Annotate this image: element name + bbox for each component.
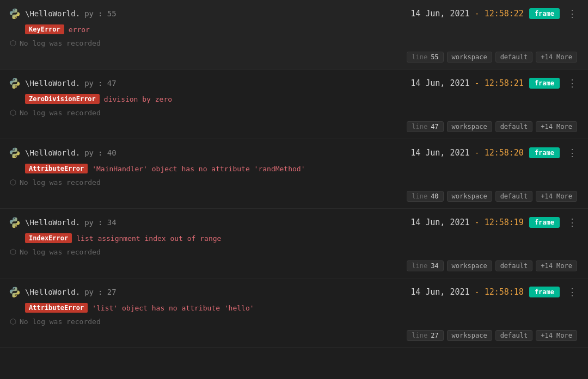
no-log-row: ⬡ No log was recorded (9, 247, 579, 256)
error-meta: 14 Jun, 2021 - 12:58:21 frame ⋮ (411, 76, 579, 90)
tag-plain: default (495, 121, 533, 132)
tag-plain: default (495, 260, 533, 271)
tag-line-label: line (412, 53, 427, 61)
line-tag: line 34 (407, 260, 443, 271)
error-item-4[interactable]: \HelloWorld.py : 34 14 Jun, 2021 - 12:58… (0, 209, 588, 278)
file-name: \HelloWorld. (25, 288, 80, 296)
tags-row: line 55 workspacedefault+14 More (9, 52, 579, 63)
error-file: \HelloWorld.py : 34 (9, 216, 117, 228)
tag-plain: default (495, 52, 533, 63)
error-body: AttributeError 'list' object has no attr… (9, 303, 579, 313)
tag-plain: default (495, 330, 533, 341)
timestamp: 14 Jun, 2021 - 12:58:18 (411, 287, 524, 297)
error-meta: 14 Jun, 2021 - 12:58:19 frame ⋮ (411, 215, 579, 229)
error-item-1[interactable]: \HelloWorld.py : 55 14 Jun, 2021 - 12:58… (0, 0, 588, 70)
no-log-text: No log was recorded (20, 109, 101, 117)
tags-row: line 47 workspacedefault+14 More (9, 121, 579, 132)
error-message: AttributeError 'list' object has no attr… (25, 303, 579, 313)
tag-plain: workspace (447, 330, 492, 341)
error-type-badge: IndexError (25, 233, 72, 243)
error-header: \HelloWorld.py : 47 14 Jun, 2021 - 12:58… (9, 76, 579, 90)
frame-badge: frame (529, 8, 560, 19)
tag-plain: workspace (447, 260, 492, 271)
error-header: \HelloWorld.py : 34 14 Jun, 2021 - 12:58… (9, 215, 579, 229)
file-line-number: : 47 (98, 79, 117, 88)
no-log-text: No log was recorded (20, 39, 101, 47)
file-line-number: : 55 (98, 9, 117, 18)
file-line-number: : 40 (98, 148, 117, 157)
line-tag: line 47 (407, 121, 443, 132)
file-ext: py (84, 79, 94, 88)
more-tag[interactable]: +14 More (536, 52, 577, 63)
more-tag[interactable]: +14 More (536, 121, 577, 132)
error-header: \HelloWorld.py : 40 14 Jun, 2021 - 12:58… (9, 146, 579, 159)
python-icon (9, 216, 21, 228)
error-description: error (69, 26, 90, 34)
error-meta: 14 Jun, 2021 - 12:58:18 frame ⋮ (411, 285, 579, 299)
more-options-icon[interactable]: ⋮ (565, 215, 579, 229)
no-log-row: ⬡ No log was recorded (9, 178, 579, 187)
error-file: \HelloWorld.py : 55 (9, 8, 117, 20)
more-options-icon[interactable]: ⋮ (565, 76, 579, 90)
error-file: \HelloWorld.py : 40 (9, 147, 117, 159)
file-name: \HelloWorld. (25, 148, 80, 157)
more-options-icon[interactable]: ⋮ (565, 146, 579, 159)
file-name: \HelloWorld. (25, 9, 80, 18)
more-options-icon[interactable]: ⋮ (565, 7, 579, 20)
error-message: AttributeError 'MainHandler' object has … (25, 164, 579, 173)
tag-plain: default (495, 191, 533, 202)
file-name: \HelloWorld. (25, 79, 80, 88)
no-log-icon: ⬡ (10, 247, 16, 256)
file-ext: py (84, 148, 94, 157)
no-log-row: ⬡ No log was recorded (9, 39, 579, 47)
tag-line-label: line (412, 192, 427, 200)
error-item-5[interactable]: \HelloWorld.py : 27 14 Jun, 2021 - 12:58… (0, 278, 588, 348)
frame-badge: frame (529, 147, 560, 158)
tags-row: line 40 workspacedefault+14 More (9, 191, 579, 202)
error-type-badge: KeyError (25, 24, 64, 34)
error-meta: 14 Jun, 2021 - 12:58:20 frame ⋮ (411, 146, 579, 159)
no-log-icon: ⬡ (10, 108, 16, 117)
tag-line-value: 40 (431, 192, 438, 200)
frame-badge: frame (529, 217, 560, 228)
more-tag[interactable]: +14 More (536, 330, 577, 341)
python-icon (9, 147, 21, 159)
error-description: 'list' object has no attribute 'hello' (92, 304, 254, 312)
line-tag: line 27 (407, 330, 443, 341)
line-tag: line 55 (407, 52, 443, 63)
more-options-icon[interactable]: ⋮ (565, 285, 579, 299)
error-type-badge: ZeroDivisionError (25, 94, 100, 104)
error-header: \HelloWorld.py : 55 14 Jun, 2021 - 12:58… (9, 7, 579, 20)
more-tag[interactable]: +14 More (536, 191, 577, 202)
tags-row: line 34 workspacedefault+14 More (9, 260, 579, 271)
file-ext: py (84, 9, 94, 18)
frame-badge: frame (529, 78, 560, 89)
error-type-badge: AttributeError (25, 303, 88, 313)
tag-line-value: 47 (431, 123, 438, 131)
more-tag[interactable]: +14 More (536, 260, 577, 271)
no-log-text: No log was recorded (20, 318, 101, 326)
tag-line-label: line (412, 332, 427, 339)
no-log-icon: ⬡ (10, 39, 16, 47)
error-description: list assignment index out of range (76, 234, 221, 243)
tag-plain: workspace (447, 191, 492, 202)
file-line-number: : 34 (98, 218, 117, 227)
error-type-badge: AttributeError (25, 164, 88, 173)
error-description: division by zero (104, 95, 172, 103)
error-description: 'MainHandler' object has no attribute 'r… (92, 165, 305, 173)
tag-plain: workspace (447, 52, 492, 63)
error-body: ZeroDivisionError division by zero (9, 94, 579, 104)
timestamp: 14 Jun, 2021 - 12:58:21 (411, 78, 524, 88)
error-item-3[interactable]: \HelloWorld.py : 40 14 Jun, 2021 - 12:58… (0, 139, 588, 209)
error-file: \HelloWorld.py : 47 (9, 77, 117, 89)
no-log-row: ⬡ No log was recorded (9, 108, 579, 117)
timestamp: 14 Jun, 2021 - 12:58:19 (411, 218, 524, 227)
no-log-row: ⬡ No log was recorded (9, 317, 579, 326)
python-icon (9, 286, 21, 298)
error-body: IndexError list assignment index out of … (9, 233, 579, 243)
error-message: KeyError error (25, 24, 579, 34)
tag-line-value: 55 (431, 53, 438, 61)
file-ext: py (84, 218, 94, 227)
file-name: \HelloWorld. (25, 218, 80, 227)
error-item-2[interactable]: \HelloWorld.py : 47 14 Jun, 2021 - 12:58… (0, 70, 588, 139)
